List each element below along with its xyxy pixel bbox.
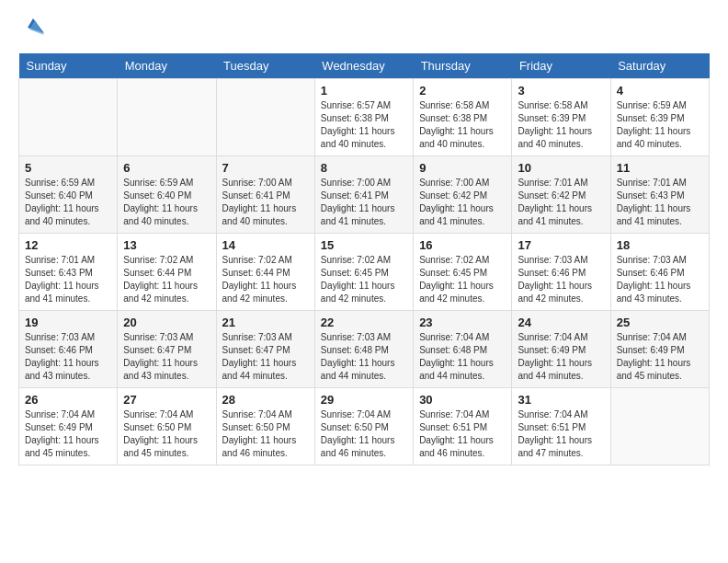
day-info: Sunrise: 7:03 AM Sunset: 6:48 PM Dayligh… [321, 331, 407, 383]
calendar-day-empty [216, 79, 314, 156]
calendar-day-26: 26Sunrise: 7:04 AM Sunset: 6:49 PM Dayli… [19, 388, 118, 465]
calendar-day-30: 30Sunrise: 7:04 AM Sunset: 6:51 PM Dayli… [414, 388, 512, 465]
day-number: 23 [419, 316, 506, 329]
calendar-day-12: 12Sunrise: 7:01 AM Sunset: 6:43 PM Dayli… [19, 234, 118, 311]
day-number: 29 [321, 393, 407, 407]
weekday-header-saturday: Saturday [610, 53, 709, 79]
day-number: 6 [123, 161, 210, 175]
calendar-day-16: 16Sunrise: 7:02 AM Sunset: 6:45 PM Dayli… [414, 234, 512, 311]
calendar-day-20: 20Sunrise: 7:03 AM Sunset: 6:47 PM Dayli… [118, 311, 216, 388]
day-number: 21 [222, 316, 309, 329]
calendar-day-28: 28Sunrise: 7:04 AM Sunset: 6:50 PM Dayli… [216, 388, 314, 465]
day-info: Sunrise: 7:02 AM Sunset: 6:44 PM Dayligh… [222, 254, 309, 305]
day-info: Sunrise: 7:03 AM Sunset: 6:46 PM Dayligh… [617, 254, 703, 305]
day-number: 2 [419, 84, 506, 98]
calendar-day-5: 5Sunrise: 6:59 AM Sunset: 6:40 PM Daylig… [19, 156, 118, 234]
calendar-week-row: 1Sunrise: 6:57 AM Sunset: 6:38 PM Daylig… [19, 79, 710, 156]
day-info: Sunrise: 7:04 AM Sunset: 6:51 PM Dayligh… [419, 408, 506, 460]
day-info: Sunrise: 6:58 AM Sunset: 6:38 PM Dayligh… [419, 99, 506, 151]
day-info: Sunrise: 6:59 AM Sunset: 6:40 PM Dayligh… [25, 177, 111, 228]
day-info: Sunrise: 7:03 AM Sunset: 6:47 PM Dayligh… [222, 331, 309, 383]
day-info: Sunrise: 7:03 AM Sunset: 6:47 PM Dayligh… [123, 331, 210, 383]
day-number: 9 [419, 161, 506, 175]
calendar-day-empty [19, 79, 118, 156]
day-number: 4 [617, 84, 703, 98]
day-number: 20 [123, 316, 210, 329]
day-number: 24 [518, 316, 604, 329]
day-info: Sunrise: 7:04 AM Sunset: 6:49 PM Dayligh… [25, 408, 111, 460]
calendar-day-13: 13Sunrise: 7:02 AM Sunset: 6:44 PM Dayli… [118, 234, 216, 311]
day-info: Sunrise: 7:04 AM Sunset: 6:49 PM Dayligh… [518, 331, 604, 383]
day-number: 11 [617, 161, 703, 175]
calendar-table: SundayMondayTuesdayWednesdayThursdayFrid… [18, 53, 710, 465]
page-container: SundayMondayTuesdayWednesdayThursdayFrid… [0, 0, 728, 480]
day-info: Sunrise: 7:02 AM Sunset: 6:45 PM Dayligh… [419, 254, 506, 305]
calendar-week-row: 19Sunrise: 7:03 AM Sunset: 6:46 PM Dayli… [19, 311, 710, 388]
day-info: Sunrise: 7:01 AM Sunset: 6:42 PM Dayligh… [518, 177, 604, 228]
day-number: 31 [518, 393, 604, 407]
calendar-day-8: 8Sunrise: 7:00 AM Sunset: 6:41 PM Daylig… [314, 156, 413, 234]
calendar-day-23: 23Sunrise: 7:04 AM Sunset: 6:48 PM Dayli… [414, 311, 512, 388]
day-info: Sunrise: 7:03 AM Sunset: 6:46 PM Dayligh… [518, 254, 604, 305]
day-number: 5 [25, 161, 111, 175]
calendar-day-10: 10Sunrise: 7:01 AM Sunset: 6:42 PM Dayli… [512, 156, 610, 234]
weekday-header-thursday: Thursday [414, 53, 512, 79]
weekday-header-tuesday: Tuesday [216, 53, 314, 79]
weekday-header-row: SundayMondayTuesdayWednesdayThursdayFrid… [19, 53, 710, 79]
day-info: Sunrise: 7:00 AM Sunset: 6:42 PM Dayligh… [419, 177, 506, 228]
day-number: 26 [25, 393, 111, 407]
calendar-day-3: 3Sunrise: 6:58 AM Sunset: 6:39 PM Daylig… [512, 79, 610, 156]
day-number: 19 [25, 316, 111, 329]
day-info: Sunrise: 7:04 AM Sunset: 6:51 PM Dayligh… [518, 408, 604, 460]
logo-text [18, 15, 50, 42]
day-info: Sunrise: 6:58 AM Sunset: 6:39 PM Dayligh… [518, 99, 604, 151]
day-info: Sunrise: 7:04 AM Sunset: 6:50 PM Dayligh… [222, 408, 309, 460]
calendar-day-empty [610, 388, 709, 465]
day-number: 7 [222, 161, 309, 175]
weekday-header-wednesday: Wednesday [314, 53, 413, 79]
calendar-day-21: 21Sunrise: 7:03 AM Sunset: 6:47 PM Dayli… [216, 311, 314, 388]
day-info: Sunrise: 7:01 AM Sunset: 6:43 PM Dayligh… [617, 177, 703, 228]
day-number: 10 [518, 161, 604, 175]
logo-icon [20, 15, 48, 42]
day-number: 12 [25, 238, 111, 252]
calendar-day-15: 15Sunrise: 7:02 AM Sunset: 6:45 PM Dayli… [314, 234, 413, 311]
calendar-day-11: 11Sunrise: 7:01 AM Sunset: 6:43 PM Dayli… [610, 156, 709, 234]
day-info: Sunrise: 6:59 AM Sunset: 6:39 PM Dayligh… [617, 99, 703, 151]
calendar-day-27: 27Sunrise: 7:04 AM Sunset: 6:50 PM Dayli… [118, 388, 216, 465]
weekday-header-friday: Friday [512, 53, 610, 79]
calendar-day-7: 7Sunrise: 7:00 AM Sunset: 6:41 PM Daylig… [216, 156, 314, 234]
day-info: Sunrise: 7:00 AM Sunset: 6:41 PM Dayligh… [222, 177, 309, 228]
day-number: 16 [419, 238, 506, 252]
day-number: 27 [123, 393, 210, 407]
day-number: 25 [617, 316, 703, 329]
weekday-header-sunday: Sunday [19, 53, 118, 79]
calendar-day-19: 19Sunrise: 7:03 AM Sunset: 6:46 PM Dayli… [19, 311, 118, 388]
calendar-day-6: 6Sunrise: 6:59 AM Sunset: 6:40 PM Daylig… [118, 156, 216, 234]
calendar-week-row: 12Sunrise: 7:01 AM Sunset: 6:43 PM Dayli… [19, 234, 710, 311]
calendar-day-2: 2Sunrise: 6:58 AM Sunset: 6:38 PM Daylig… [414, 79, 512, 156]
calendar-day-22: 22Sunrise: 7:03 AM Sunset: 6:48 PM Dayli… [314, 311, 413, 388]
calendar-day-1: 1Sunrise: 6:57 AM Sunset: 6:38 PM Daylig… [314, 79, 413, 156]
day-number: 14 [222, 238, 309, 252]
weekday-header-monday: Monday [118, 53, 216, 79]
day-number: 13 [123, 238, 210, 252]
day-number: 28 [222, 393, 309, 407]
logo [18, 15, 50, 42]
day-info: Sunrise: 7:00 AM Sunset: 6:41 PM Dayligh… [321, 177, 407, 228]
calendar-day-29: 29Sunrise: 7:04 AM Sunset: 6:50 PM Dayli… [314, 388, 413, 465]
day-info: Sunrise: 7:03 AM Sunset: 6:46 PM Dayligh… [25, 331, 111, 383]
day-number: 3 [518, 84, 604, 98]
day-info: Sunrise: 7:02 AM Sunset: 6:45 PM Dayligh… [321, 254, 407, 305]
day-number: 30 [419, 393, 506, 407]
day-number: 1 [321, 84, 407, 98]
calendar-day-14: 14Sunrise: 7:02 AM Sunset: 6:44 PM Dayli… [216, 234, 314, 311]
day-info: Sunrise: 6:59 AM Sunset: 6:40 PM Dayligh… [123, 177, 210, 228]
calendar-week-row: 5Sunrise: 6:59 AM Sunset: 6:40 PM Daylig… [19, 156, 710, 234]
day-info: Sunrise: 7:04 AM Sunset: 6:50 PM Dayligh… [123, 408, 210, 460]
calendar-week-row: 26Sunrise: 7:04 AM Sunset: 6:49 PM Dayli… [19, 388, 710, 465]
day-number: 8 [321, 161, 407, 175]
day-info: Sunrise: 7:04 AM Sunset: 6:50 PM Dayligh… [321, 408, 407, 460]
day-number: 15 [321, 238, 407, 252]
day-number: 18 [617, 238, 703, 252]
